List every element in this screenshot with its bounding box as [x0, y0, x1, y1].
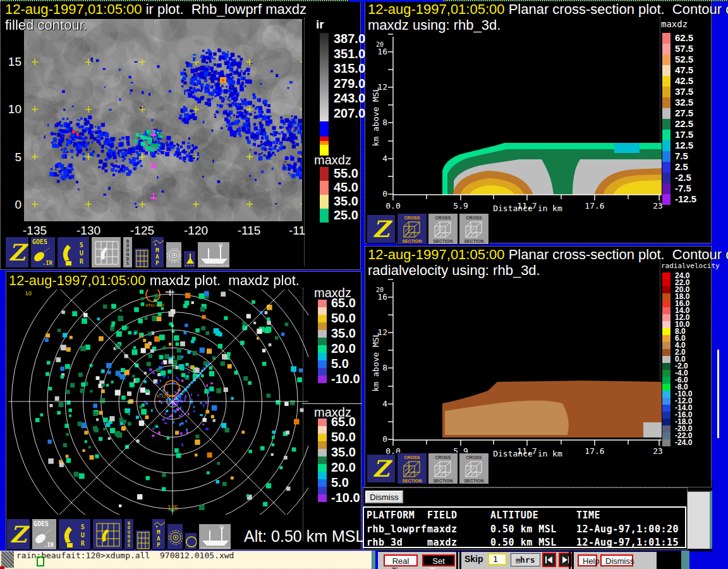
svg-text:17.6: 17.6: [585, 201, 604, 211]
ir-xaxis-tick-label: -135: [16, 224, 54, 238]
ppi-toolbar-goes-ir-button[interactable]: GOES.IR: [32, 518, 57, 550]
hrs-button[interactable]: ▤hrs: [511, 553, 540, 566]
xsec-radial-zebra-logo-button[interactable]: Z: [367, 454, 396, 483]
ppi-toolbar-bounds-button[interactable]: BOUNDS: [124, 518, 134, 550]
ppi-colorbar-upper-tick-label: 50.0: [331, 311, 356, 326]
skip-back-button[interactable]: [542, 553, 556, 567]
circle-icon: [185, 533, 197, 549]
ir-yaxis-tick-label: 15: [3, 55, 21, 69]
ppi-toolbar-ship-button[interactable]: [198, 523, 231, 550]
xsec-radial-colorbar-segment: [662, 335, 670, 342]
xsec-radial-cross-section-button[interactable]: CROSSSECTION: [459, 453, 489, 484]
ir-yaxis-tick-label: 10: [3, 102, 21, 116]
arrow-left-icon: [543, 554, 555, 566]
xsec-maxdz-colorbar-segment: [662, 151, 670, 162]
xsec-maxdz-colorbar-segment: [662, 65, 670, 76]
xsec-maxdz-colorbar-tick-label: 27.5: [675, 107, 693, 118]
map-icon: MAP: [151, 237, 164, 267]
svg-text:.IR: .IR: [42, 260, 53, 266]
ppi-colorbar-lower-segment: [318, 441, 327, 449]
real-time-button[interactable]: Real Time: [384, 554, 418, 566]
dismiss-button[interactable]: Dismiss: [600, 554, 633, 566]
ppi-colorbar-lower-tick-label: 65.0: [331, 415, 356, 429]
help-button[interactable]: Help: [578, 554, 597, 566]
ir-toolbar-bounds-button[interactable]: BOUNDS: [123, 236, 133, 268]
skip-input[interactable]: [488, 553, 507, 565]
status-dismiss-button[interactable]: Dismiss: [365, 491, 403, 503]
ir-colorbar-tick-label: 315.0: [334, 61, 365, 76]
ir-toolbar-range-rings-button[interactable]: [166, 242, 182, 268]
ir-maxdz-colorbar-tick-label: 55.0: [334, 166, 358, 181]
xsec-radial-colorbar-segment: [662, 300, 670, 307]
xsec-maxdz-colorbar-tick-label: 57.5: [675, 43, 693, 54]
ppi-colorbar-upper-segment: [318, 345, 327, 353]
ppi-toolbar-range-rings-button[interactable]: [167, 523, 183, 550]
ir-toolbar-radar-sur-button[interactable]: SUR: [57, 236, 90, 268]
goes-ir-icon: GOES.IR: [32, 519, 56, 549]
ppi-colorbar-upper-segment: [318, 307, 327, 315]
status-table-header: FIELD: [427, 510, 458, 521]
xsec-maxdz-cross-section-button[interactable]: CROSSSECTION: [459, 213, 489, 245]
xsec-maxdz-timestamp: 12-aug-1997,01:05:00: [368, 1, 505, 17]
ir-toolbar-buoy-button[interactable]: [183, 250, 196, 268]
xsec-maxdz-yaxis-label: km above MSL: [371, 76, 380, 158]
svg-text:M: M: [155, 247, 159, 254]
ppi-toolbar-grid-small-button[interactable]: [135, 530, 150, 550]
ppi-toolbar-map-button[interactable]: MAP: [152, 518, 166, 550]
buoy-icon: [184, 251, 195, 267]
ir-plot-title: 12-aug-1997,01:05:00 ir plot. Rhb_lowprf…: [5, 1, 306, 18]
cross-section-cube-icon: CROSSSECTION: [397, 453, 427, 484]
svg-text:0: 0: [382, 189, 387, 199]
xsec-maxdz-colorbar-tick-label: 42.5: [675, 75, 693, 86]
radar-sur-icon: SUR: [58, 237, 89, 267]
ir-toolbar-map-button[interactable]: MAP: [150, 236, 164, 268]
ppi-colorbar-lower-segment: [318, 426, 327, 434]
ppi-colorbar-lower-tick-label: 35.0: [331, 445, 356, 460]
range-rings-icon: [167, 524, 183, 549]
xsec-radial-cross-section-button-active[interactable]: CROSSSECTION: [397, 453, 427, 484]
xsec-maxdz-zebra-logo-button[interactable]: Z: [367, 214, 396, 243]
ppi-toolbar-zebra-logo-button[interactable]: Z: [6, 518, 30, 550]
ir-colorbar-title: ir: [316, 18, 324, 32]
ppi-toolbar-grid-radar-button[interactable]: [92, 518, 123, 550]
ppi-colorbar-upper-tick-label: 20.0: [331, 341, 356, 356]
ppi-colorbar-lower-segment: [318, 464, 327, 472]
ir-xaxis-tick-label: -11: [278, 224, 316, 238]
xsec-radial-yaxis-label: km above MSL: [371, 321, 380, 403]
ppi-toolbar-radar-sur-button[interactable]: SUR: [58, 518, 91, 550]
xsec-radial-cross-section-button[interactable]: CROSSSECTION: [428, 453, 458, 484]
ir-yaxis-tick-label: 5: [3, 150, 21, 164]
xsec-maxdz-colorbar-segment: [662, 130, 670, 140]
ppi-plot-title: 12-aug-1997,01:05:00 maxdz plot. maxdz p…: [9, 272, 300, 289]
status-table-cell: maxdz: [427, 537, 458, 548]
side-scrollbar-panel[interactable]: [686, 491, 712, 549]
ppi-radar-display[interactable]: [6, 290, 308, 515]
ir-toolbar-zebra-logo-button[interactable]: Z: [5, 236, 29, 268]
xsec-radial-colorbar-segment: [662, 377, 670, 384]
xsec-maxdz-title-line2: maxdz using: rhb_3d.: [368, 17, 500, 34]
set-time-button[interactable]: Set Time: [422, 554, 455, 566]
xsec-radial-colorbar-segment: [662, 349, 670, 356]
xsec-maxdz-colorbar-tick-label: 17.5: [675, 129, 693, 140]
ir-toolbar-ship-button[interactable]: [197, 242, 230, 268]
svg-text:CROSS: CROSS: [435, 455, 451, 460]
xsec-maxdz-cross-section-button[interactable]: CROSSSECTION: [428, 213, 458, 245]
xsec-maxdz-colorbar-segment: [662, 173, 670, 183]
ppi-colorbar-lower-tick-label: 50.0: [331, 430, 356, 444]
xsec-radial-colorbar-segment: [662, 293, 670, 300]
ir-toolbar-grid-radar-button[interactable]: [91, 236, 121, 268]
bounds-icon: BOUNDS: [124, 519, 133, 549]
ppi-colorbar-lower-segment: [318, 487, 327, 494]
xsec-radial-colorbar-segment: [662, 398, 670, 405]
control-bar-separator: [572, 551, 574, 569]
ir-satellite-image[interactable]: [24, 19, 302, 221]
xsec-radial-colorbar-segment: [662, 363, 670, 370]
ir-title-timestamp: 12-aug-1997,01:05:00: [5, 1, 142, 17]
xsec-radial-colorbar-segment: [662, 279, 670, 286]
xsec-maxdz-cross-section-button-active[interactable]: CROSSSECTION: [397, 213, 427, 245]
ir-toolbar-grid-small-button[interactable]: [134, 248, 149, 268]
ppi-top-marker-label: who-mst: [140, 302, 169, 308]
ir-toolbar-goes-ir-button[interactable]: GOES.IR: [30, 236, 56, 268]
svg-text:CROSS: CROSS: [466, 216, 482, 220]
ppi-toolbar-circle-button[interactable]: [185, 532, 197, 550]
